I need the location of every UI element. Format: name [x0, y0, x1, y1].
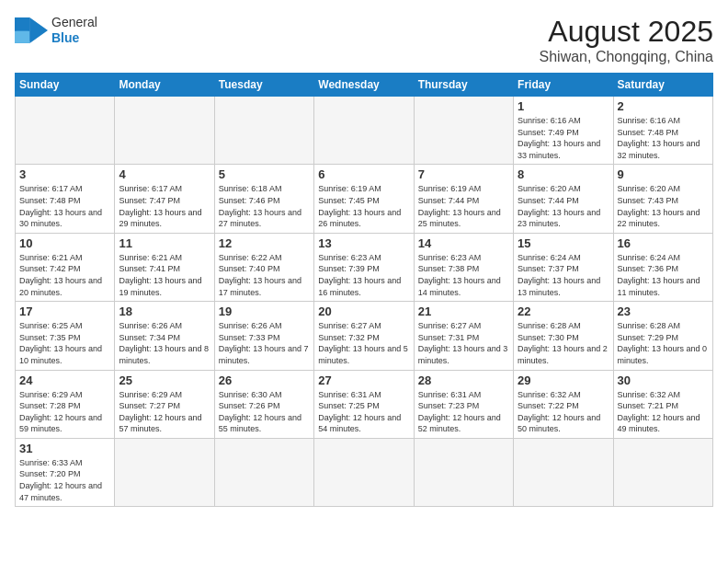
day-info: Sunrise: 6:21 AMSunset: 7:42 PMDaylight:…: [19, 252, 110, 298]
day-number: 4: [119, 167, 210, 181]
weekday-header-tuesday: Tuesday: [214, 74, 313, 97]
day-info: Sunrise: 6:30 AMSunset: 7:26 PMDaylight:…: [219, 389, 310, 435]
sub-title: Shiwan, Chongqing, China: [540, 49, 713, 65]
day-info: Sunrise: 6:26 AMSunset: 7:34 PMDaylight:…: [119, 320, 210, 366]
day-cell: [414, 97, 513, 165]
day-cell: 4Sunrise: 6:17 AMSunset: 7:47 PMDaylight…: [115, 165, 214, 233]
day-number: 22: [518, 304, 609, 318]
day-info: Sunrise: 6:20 AMSunset: 7:43 PMDaylight:…: [618, 183, 709, 229]
day-number: 10: [19, 236, 110, 250]
day-number: 25: [119, 373, 210, 387]
week-row-2: 10Sunrise: 6:21 AMSunset: 7:42 PMDayligh…: [16, 233, 713, 301]
header: General Blue August 2025 Shiwan, Chongqi…: [15, 15, 713, 65]
day-number: 29: [518, 373, 609, 387]
day-info: Sunrise: 6:25 AMSunset: 7:35 PMDaylight:…: [19, 320, 110, 366]
day-cell: 20Sunrise: 6:27 AMSunset: 7:32 PMDayligh…: [314, 302, 414, 370]
day-info: Sunrise: 6:24 AMSunset: 7:37 PMDaylight:…: [518, 252, 609, 298]
day-number: 11: [119, 236, 210, 250]
day-cell: 2Sunrise: 6:16 AMSunset: 7:48 PMDaylight…: [613, 97, 712, 165]
day-cell: 3Sunrise: 6:17 AMSunset: 7:48 PMDaylight…: [16, 165, 115, 233]
day-number: 5: [219, 167, 310, 181]
day-number: 14: [418, 236, 509, 250]
day-info: Sunrise: 6:27 AMSunset: 7:31 PMDaylight:…: [418, 320, 509, 366]
day-number: 8: [518, 167, 609, 181]
day-number: 15: [518, 236, 609, 250]
day-number: 1: [518, 99, 609, 113]
day-cell: 13Sunrise: 6:23 AMSunset: 7:39 PMDayligh…: [314, 233, 414, 301]
day-cell: [214, 438, 313, 506]
day-cell: [414, 438, 513, 506]
day-cell: 1Sunrise: 6:16 AMSunset: 7:49 PMDaylight…: [514, 97, 613, 165]
day-number: 31: [19, 442, 110, 455]
day-number: 23: [618, 304, 709, 318]
day-cell: 15Sunrise: 6:24 AMSunset: 7:37 PMDayligh…: [514, 233, 613, 301]
day-cell: [514, 438, 613, 506]
day-info: Sunrise: 6:31 AMSunset: 7:23 PMDaylight:…: [418, 389, 509, 435]
day-cell: 10Sunrise: 6:21 AMSunset: 7:42 PMDayligh…: [16, 233, 115, 301]
weekday-header-friday: Friday: [514, 74, 613, 97]
day-cell: 26Sunrise: 6:30 AMSunset: 7:26 PMDayligh…: [214, 370, 313, 438]
day-number: 7: [418, 167, 509, 181]
week-row-3: 17Sunrise: 6:25 AMSunset: 7:35 PMDayligh…: [16, 302, 713, 370]
day-info: Sunrise: 6:26 AMSunset: 7:33 PMDaylight:…: [219, 320, 310, 366]
weekday-header-thursday: Thursday: [414, 74, 513, 97]
logo-text: General Blue: [51, 15, 97, 46]
weekday-header-saturday: Saturday: [613, 74, 712, 97]
day-info: Sunrise: 6:16 AMSunset: 7:48 PMDaylight:…: [618, 115, 709, 161]
day-info: Sunrise: 6:20 AMSunset: 7:44 PMDaylight:…: [518, 183, 609, 229]
day-info: Sunrise: 6:19 AMSunset: 7:45 PMDaylight:…: [318, 183, 409, 229]
day-cell: 24Sunrise: 6:29 AMSunset: 7:28 PMDayligh…: [16, 370, 115, 438]
day-number: 12: [219, 236, 310, 250]
day-info: Sunrise: 6:21 AMSunset: 7:41 PMDaylight:…: [119, 252, 210, 298]
day-number: 19: [219, 304, 310, 318]
day-number: 3: [19, 167, 110, 181]
day-number: 18: [119, 304, 210, 318]
day-cell: 30Sunrise: 6:32 AMSunset: 7:21 PMDayligh…: [613, 370, 712, 438]
day-cell: 23Sunrise: 6:28 AMSunset: 7:29 PMDayligh…: [613, 302, 712, 370]
svg-rect-4: [17, 19, 28, 29]
day-info: Sunrise: 6:19 AMSunset: 7:44 PMDaylight:…: [418, 183, 509, 229]
day-cell: 5Sunrise: 6:18 AMSunset: 7:46 PMDaylight…: [214, 165, 313, 233]
weekday-header-wednesday: Wednesday: [314, 74, 414, 97]
day-cell: 19Sunrise: 6:26 AMSunset: 7:33 PMDayligh…: [214, 302, 313, 370]
week-row-0: 1Sunrise: 6:16 AMSunset: 7:49 PMDaylight…: [16, 97, 713, 165]
day-cell: 14Sunrise: 6:23 AMSunset: 7:38 PMDayligh…: [414, 233, 513, 301]
day-info: Sunrise: 6:17 AMSunset: 7:47 PMDaylight:…: [119, 183, 210, 229]
day-cell: 9Sunrise: 6:20 AMSunset: 7:43 PMDaylight…: [613, 165, 712, 233]
weekday-header-sunday: Sunday: [16, 74, 115, 97]
day-number: 28: [418, 373, 509, 387]
day-info: Sunrise: 6:32 AMSunset: 7:21 PMDaylight:…: [618, 389, 709, 435]
day-cell: [314, 97, 414, 165]
day-cell: 28Sunrise: 6:31 AMSunset: 7:23 PMDayligh…: [414, 370, 513, 438]
week-row-1: 3Sunrise: 6:17 AMSunset: 7:48 PMDaylight…: [16, 165, 713, 233]
day-info: Sunrise: 6:18 AMSunset: 7:46 PMDaylight:…: [219, 183, 310, 229]
day-info: Sunrise: 6:28 AMSunset: 7:30 PMDaylight:…: [518, 320, 609, 366]
day-cell: [314, 438, 414, 506]
day-number: 27: [318, 373, 409, 387]
day-cell: [115, 97, 214, 165]
day-cell: [16, 97, 115, 165]
day-cell: 8Sunrise: 6:20 AMSunset: 7:44 PMDaylight…: [514, 165, 613, 233]
day-info: Sunrise: 6:29 AMSunset: 7:27 PMDaylight:…: [119, 389, 210, 435]
svg-rect-5: [17, 31, 28, 41]
day-info: Sunrise: 6:23 AMSunset: 7:38 PMDaylight:…: [418, 252, 509, 298]
day-number: 26: [219, 373, 310, 387]
day-info: Sunrise: 6:27 AMSunset: 7:32 PMDaylight:…: [318, 320, 409, 366]
day-cell: 6Sunrise: 6:19 AMSunset: 7:45 PMDaylight…: [314, 165, 414, 233]
day-cell: [214, 97, 313, 165]
day-number: 13: [318, 236, 409, 250]
day-cell: 21Sunrise: 6:27 AMSunset: 7:31 PMDayligh…: [414, 302, 513, 370]
weekday-header-monday: Monday: [115, 74, 214, 97]
day-number: 30: [618, 373, 709, 387]
day-number: 20: [318, 304, 409, 318]
title-block: August 2025 Shiwan, Chongqing, China: [540, 15, 713, 65]
day-cell: 7Sunrise: 6:19 AMSunset: 7:44 PMDaylight…: [414, 165, 513, 233]
day-cell: 27Sunrise: 6:31 AMSunset: 7:25 PMDayligh…: [314, 370, 414, 438]
day-cell: 31Sunrise: 6:33 AMSunset: 7:20 PMDayligh…: [16, 438, 115, 506]
main-title: August 2025: [540, 15, 713, 49]
day-number: 9: [618, 167, 709, 181]
day-number: 6: [318, 167, 409, 181]
day-info: Sunrise: 6:33 AMSunset: 7:20 PMDaylight:…: [19, 457, 110, 503]
day-cell: 22Sunrise: 6:28 AMSunset: 7:30 PMDayligh…: [514, 302, 613, 370]
day-info: Sunrise: 6:32 AMSunset: 7:22 PMDaylight:…: [518, 389, 609, 435]
